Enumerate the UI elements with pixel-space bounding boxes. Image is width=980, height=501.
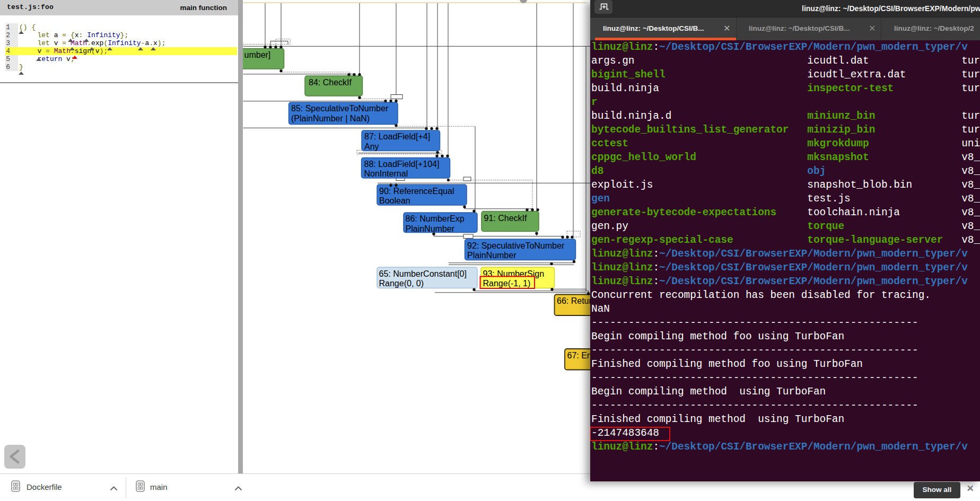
- svg-text:87: LoadField[+4]: 87: LoadField[+4]: [364, 132, 430, 141]
- svg-text:PlainNumber: PlainNumber: [406, 224, 455, 233]
- svg-text:88: LoadField[+104]: 88: LoadField[+104]: [364, 160, 440, 169]
- svg-text:umber]: umber]: [244, 50, 271, 59]
- svg-text:85: SpeculativeToNumber: 85: SpeculativeToNumber: [291, 104, 389, 113]
- svg-text:(PlainNumber | NaN): (PlainNumber | NaN): [291, 114, 370, 123]
- svg-text:Range(-1, 1): Range(-1, 1): [483, 279, 531, 288]
- svg-text:PlainNumber: PlainNumber: [467, 251, 517, 260]
- svg-text:92: SpeculativeToNumber: 92: SpeculativeToNumber: [467, 241, 565, 250]
- svg-text:65: NumberConstant[0]: 65: NumberConstant[0]: [379, 269, 467, 278]
- svg-text:84: CheckIf: 84: CheckIf: [309, 78, 352, 87]
- svg-text:86: NumberExp: 86: NumberExp: [406, 214, 465, 223]
- svg-text:Range(0, 0): Range(0, 0): [379, 279, 424, 288]
- svg-text:90: ReferenceEqual: 90: ReferenceEqual: [379, 187, 454, 196]
- svg-text:91: CheckIf: 91: CheckIf: [484, 214, 527, 223]
- svg-text:Any: Any: [364, 142, 379, 151]
- svg-text:Boolean: Boolean: [379, 196, 410, 205]
- svg-text:NonInternal: NonInternal: [364, 169, 408, 178]
